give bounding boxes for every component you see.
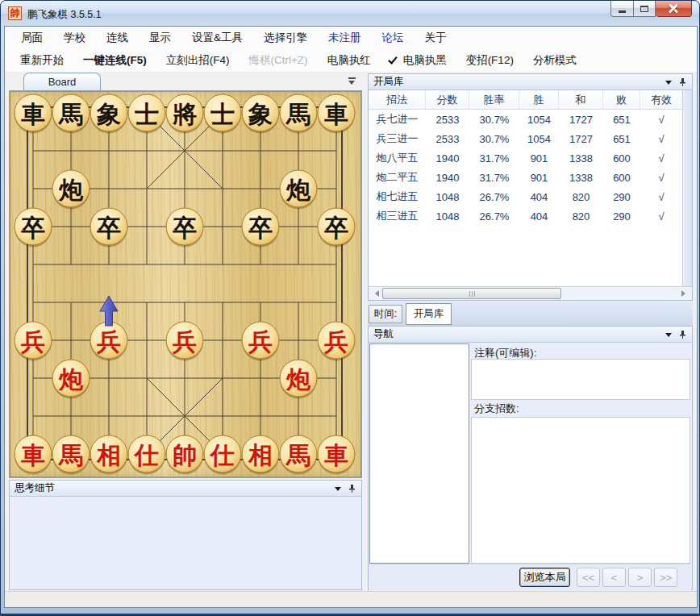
scroll-right-button[interactable]	[678, 287, 692, 300]
board-piece[interactable]: 車	[15, 435, 52, 475]
board-piece[interactable]: 馬	[52, 435, 90, 475]
tool-move-now[interactable]: 立刻出招(F4)	[156, 51, 240, 71]
menu-display[interactable]: 显示	[139, 28, 181, 48]
svg-text:車: 車	[324, 441, 348, 469]
scroll-left-button[interactable]	[369, 287, 382, 300]
menu-school[interactable]: 学校	[53, 28, 96, 48]
board-piece[interactable]: 卒	[90, 208, 127, 248]
board-piece[interactable]: 卒	[242, 208, 279, 248]
board-piece[interactable]: 卒	[318, 208, 355, 248]
table-row[interactable]: 相七进五104826.7%404820290√	[369, 187, 682, 206]
scrollbar-track[interactable]	[382, 287, 678, 300]
board-piece[interactable]: 卒	[166, 208, 203, 248]
board-piece[interactable]: 炮	[280, 360, 317, 399]
table-row[interactable]: 兵七进一253330.7%10541727651√	[369, 110, 682, 129]
menu-about[interactable]: 关于	[415, 28, 457, 48]
board-piece[interactable]: 將	[166, 94, 203, 134]
table-cell: 31.7%	[469, 168, 519, 187]
triangle-down-icon[interactable]	[665, 333, 672, 340]
board-piece[interactable]: 士	[128, 94, 165, 134]
branch-moves-label: 分支招数:	[474, 402, 519, 416]
column-header[interactable]: 胜率	[469, 90, 519, 109]
menu-unregistered[interactable]: 未注册	[318, 28, 372, 48]
tool-analysis-mode[interactable]: 分析模式	[523, 51, 586, 71]
board-piece[interactable]: 兵	[15, 322, 52, 361]
board-piece[interactable]: 兵	[242, 322, 279, 361]
tab-opening-library[interactable]: 开局库	[406, 303, 452, 325]
table-row[interactable]: 炮二平五194031.7%9011338600√	[369, 168, 682, 187]
tool-computer-black[interactable]: 电脑执黑	[381, 51, 456, 71]
last-move-button: >>	[654, 568, 677, 587]
maximize-button[interactable]	[634, 1, 656, 17]
board-piece[interactable]: 相	[90, 435, 127, 475]
board-piece[interactable]: 車	[15, 94, 52, 134]
column-header[interactable]: 胜	[519, 90, 559, 109]
table-cell: 1727	[559, 110, 603, 129]
move-list[interactable]	[369, 343, 469, 564]
menu-connect[interactable]: 连线	[96, 28, 139, 48]
minimize-button[interactable]	[610, 1, 634, 17]
board-piece[interactable]: 炮	[280, 170, 317, 210]
tool-quick-connect[interactable]: 一键连线(F5)	[73, 51, 156, 71]
table-cell: 1054	[519, 129, 559, 148]
menu-position[interactable]: 局面	[10, 28, 53, 48]
board-piece[interactable]: 仕	[204, 435, 241, 475]
board-piece[interactable]: 兵	[166, 322, 203, 361]
tool-restart[interactable]: 重新开始	[10, 51, 73, 71]
svg-text:馬: 馬	[285, 441, 310, 469]
board-piece[interactable]: 士	[204, 94, 241, 134]
menu-select-engine[interactable]: 选择引擎	[253, 28, 318, 48]
collapse-chevron-icon[interactable]	[348, 77, 356, 88]
scrollbar-thumb[interactable]	[382, 288, 561, 299]
board-piece[interactable]: 車	[318, 94, 355, 134]
table-cell: 651	[603, 110, 640, 129]
vertical-scrollbar[interactable]	[682, 90, 692, 286]
board-piece[interactable]: 相	[242, 435, 279, 475]
tool-change-move[interactable]: 变招(F12)	[456, 51, 523, 71]
table-row[interactable]: 相三进五104826.7%404820290√	[369, 206, 682, 226]
column-header[interactable]: 招法	[369, 90, 426, 109]
browse-game-button[interactable]: 浏览本局	[519, 568, 570, 587]
pushpin-icon[interactable]	[348, 484, 356, 493]
table-row[interactable]: 兵三进一253330.7%10541727651√	[369, 129, 682, 148]
board-piece[interactable]: 炮	[52, 170, 90, 210]
menu-settings-tools[interactable]: 设置&工具	[181, 28, 253, 48]
board-piece[interactable]: 卒	[15, 208, 52, 248]
menu-forum[interactable]: 论坛	[372, 28, 415, 48]
triangle-down-icon[interactable]	[665, 81, 672, 88]
column-header[interactable]: 败	[603, 90, 640, 109]
close-icon	[669, 4, 678, 13]
column-header[interactable]: 有效	[640, 90, 682, 109]
comment-input[interactable]	[471, 359, 690, 400]
tab-time[interactable]: 时间:	[369, 305, 402, 323]
board-piece[interactable]: 兵	[90, 322, 127, 361]
column-header[interactable]: 分数	[426, 90, 469, 109]
board-piece[interactable]: 馬	[280, 94, 317, 134]
pushpin-icon[interactable]	[678, 330, 687, 339]
board-piece[interactable]: 馬	[52, 94, 90, 134]
board-piece[interactable]: 帥	[166, 435, 203, 475]
board-piece[interactable]: 象	[90, 94, 127, 134]
close-button[interactable]	[656, 1, 692, 17]
board-piece[interactable]: 仕	[128, 435, 165, 475]
triangle-down-icon[interactable]	[335, 487, 341, 494]
title-bar[interactable]: 帥 鹏飞象棋 3.5.5.1	[1, 1, 699, 26]
xiangqi-board[interactable]: 車 馬 象 士 將 士 象 馬 車 炮	[10, 91, 361, 477]
table-row[interactable]: 炮八平五194031.7%9011338600√	[369, 148, 682, 168]
board-piece[interactable]: 炮	[52, 360, 90, 399]
svg-text:士: 士	[135, 100, 159, 128]
pushpin-icon[interactable]	[678, 77, 687, 87]
horizontal-scrollbar[interactable]	[369, 286, 692, 300]
board-piece[interactable]: 馬	[280, 435, 317, 475]
app-icon: 帥	[8, 6, 22, 20]
board-piece[interactable]: 車	[318, 435, 355, 475]
table-cell: 404	[519, 187, 559, 206]
board-piece[interactable]: 象	[242, 94, 279, 134]
first-move-button: <<	[577, 568, 600, 587]
table-cell: 600	[603, 168, 640, 187]
column-header[interactable]: 和	[559, 90, 603, 109]
branch-moves-box[interactable]	[471, 417, 690, 564]
tab-board[interactable]: Board	[23, 73, 101, 90]
board-piece[interactable]: 兵	[318, 322, 355, 361]
tool-computer-red[interactable]: 电脑执红	[318, 51, 381, 71]
